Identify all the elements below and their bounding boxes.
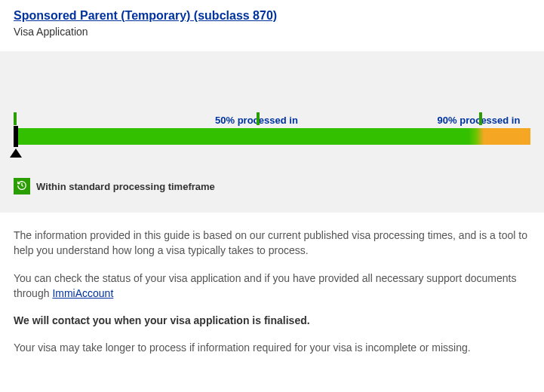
visa-subtitle: Visa Application	[14, 26, 530, 38]
immiaccount-link[interactable]: ImmiAccount	[52, 287, 113, 299]
tick-mark-0	[14, 112, 17, 125]
info-para-3: We will contact you when your visa appli…	[14, 313, 530, 328]
info-body: The information provided in this guide i…	[0, 213, 544, 368]
visa-title-link[interactable]: Sponsored Parent (Temporary) (subclass 8…	[14, 9, 277, 22]
tick-mark-90	[479, 112, 482, 125]
status-row: Within standard processing timeframe	[14, 178, 530, 194]
current-position-triangle-icon	[10, 149, 22, 158]
page-header: Sponsored Parent (Temporary) (subclass 8…	[0, 0, 544, 51]
current-position-marker	[14, 126, 18, 147]
tick-mark-50	[257, 112, 260, 125]
processing-time-chart: 0 Days 50% processed in 82 Days 90% proc…	[14, 74, 530, 167]
status-text: Within standard processing timeframe	[36, 181, 215, 192]
clock-reverse-icon	[17, 180, 27, 193]
status-badge	[14, 178, 30, 194]
info-para-4: Your visa may take longer to process if …	[14, 340, 530, 355]
info-para-1: The information provided in this guide i…	[14, 228, 530, 259]
processing-time-panel: 0 Days 50% processed in 82 Days 90% proc…	[0, 51, 544, 213]
progress-bar	[14, 128, 530, 145]
info-para-2: You can check the status of your visa ap…	[14, 271, 530, 302]
